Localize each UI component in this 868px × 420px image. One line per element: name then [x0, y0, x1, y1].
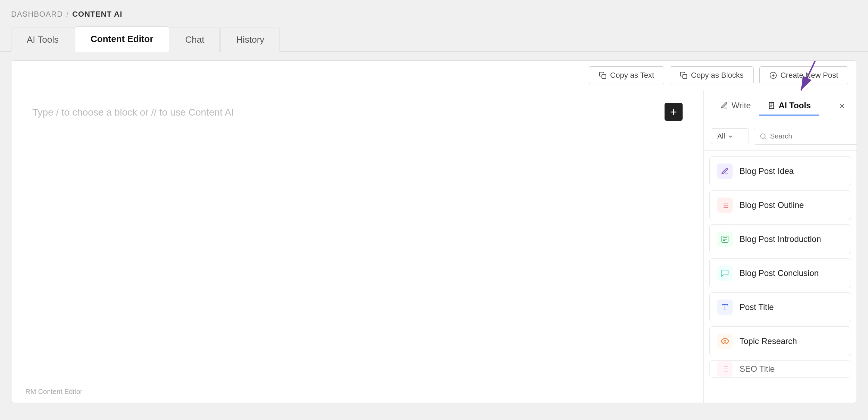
blog-post-introduction-icon: [717, 232, 733, 247]
tool-item-topic-research[interactable]: Topic Research: [709, 326, 851, 356]
tool-item-blog-post-introduction[interactable]: Blog Post Introduction: [709, 224, 851, 254]
svg-rect-0: [602, 74, 606, 78]
tool-item-blog-post-idea[interactable]: Blog Post Idea: [709, 156, 851, 186]
tabs-bar: AI Tools Content Editor Chat History: [0, 26, 868, 52]
right-panel: Write AI Tools ×: [704, 90, 857, 403]
tool-item-blog-post-outline[interactable]: Blog Post Outline: [709, 190, 851, 220]
seo-title-icon: [717, 361, 733, 377]
filter-select[interactable]: All: [711, 128, 749, 144]
tool-item-post-title[interactable]: Post Title: [709, 292, 851, 322]
post-title-icon: [717, 300, 733, 315]
tool-item-blog-post-conclusion-wrapper: Blog Post Conclusion: [709, 258, 851, 288]
tab-ai-tools[interactable]: AI Tools: [11, 27, 74, 52]
topic-research-icon: [717, 334, 733, 349]
panel-header: Write AI Tools ×: [704, 90, 857, 122]
tool-list: Blog Post Idea Blog Post Outline: [704, 151, 857, 403]
tool-item-seo-title[interactable]: SEO Title: [709, 360, 851, 378]
chevron-down-icon: [728, 134, 733, 139]
editor-area[interactable]: Type / to choose a block or // to use Co…: [11, 90, 704, 403]
create-new-post-button[interactable]: Create New Post: [759, 66, 848, 84]
tab-chat[interactable]: Chat: [170, 27, 220, 52]
arrow-middle: [704, 264, 709, 282]
tool-item-blog-post-conclusion[interactable]: Blog Post Conclusion: [709, 258, 851, 288]
blog-post-outline-icon: [717, 198, 733, 213]
write-icon: [720, 102, 728, 109]
create-post-icon: [769, 72, 777, 79]
copy-text-icon: [599, 72, 607, 79]
search-input-wrap: /: [754, 128, 857, 145]
panel-tab-ai-tools[interactable]: AI Tools: [759, 96, 819, 116]
tab-history[interactable]: History: [220, 27, 280, 52]
breadcrumb-current: CONTENT AI: [72, 10, 123, 19]
svg-line-11: [765, 137, 766, 139]
search-row: All /: [704, 122, 857, 151]
svg-point-25: [724, 340, 726, 342]
breadcrumb: DASHBOARD / CONTENT AI: [0, 0, 868, 26]
search-icon: [760, 133, 767, 140]
ai-tools-icon: [768, 102, 775, 109]
search-input[interactable]: [770, 132, 857, 140]
editor-footer: RM Content Editor: [25, 388, 83, 396]
blog-post-conclusion-icon: [717, 266, 733, 281]
add-block-button[interactable]: +: [665, 103, 683, 121]
panel-close-button[interactable]: ×: [836, 100, 848, 112]
svg-rect-1: [683, 74, 687, 78]
panel-layout: Type / to choose a block or // to use Co…: [11, 90, 857, 403]
editor-placeholder: Type / to choose a block or // to use Co…: [32, 107, 234, 118]
copy-as-text-button[interactable]: Copy as Text: [589, 66, 664, 84]
toolbar: Copy as Text Copy as Blocks Create New P…: [11, 61, 857, 90]
panel-tab-write[interactable]: Write: [712, 96, 759, 116]
copy-blocks-icon: [680, 72, 687, 79]
copy-as-blocks-button[interactable]: Copy as Blocks: [670, 66, 754, 84]
blog-post-idea-icon: [717, 163, 733, 179]
breadcrumb-parent: DASHBOARD: [11, 10, 63, 19]
breadcrumb-separator: /: [66, 10, 69, 18]
svg-point-10: [761, 134, 765, 138]
main-wrapper: Copy as Text Copy as Blocks Create New P…: [11, 60, 857, 403]
tab-content-editor[interactable]: Content Editor: [75, 26, 169, 52]
